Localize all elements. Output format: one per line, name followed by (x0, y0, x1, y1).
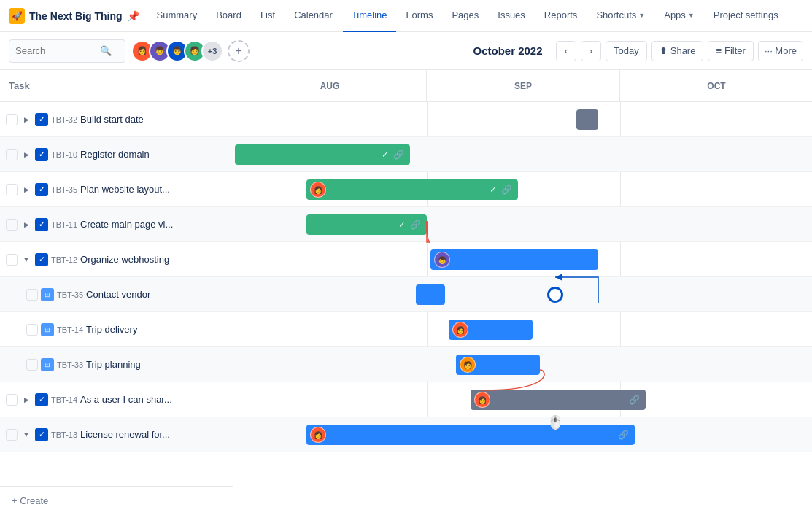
nav-tab-issues[interactable]: Issues (489, 0, 534, 32)
bar-trip-planning[interactable]: 🧑 (456, 355, 540, 375)
expand-btn[interactable]: ▼ (20, 254, 32, 266)
bar-avatar: 👦 (434, 252, 450, 268)
search-icon: 🔍 (100, 45, 112, 56)
check-icon: ✓ (382, 150, 389, 160)
check-icon: ✓ (398, 220, 406, 230)
row-checkbox[interactable] (6, 254, 18, 266)
expand-btn[interactable]: ▶ (20, 114, 32, 125)
avatar-more[interactable]: +3 (201, 40, 223, 62)
next-month-button[interactable]: › (581, 41, 601, 61)
nav-tab-reports[interactable]: Reports (535, 0, 587, 32)
top-nav: 🚀 The Next Big Thing 📌 Summary Board Lis… (0, 0, 812, 32)
task-row: ⊞ TBT-35 Contact vendor (0, 277, 233, 312)
link-icon: 🔗 (393, 150, 404, 160)
row-checkbox[interactable] (6, 429, 18, 441)
gantt-row-9: 👩 🔗 (233, 417, 812, 452)
link-icon: 🔗 (629, 395, 640, 405)
timeline-container: Task ▶ ✓ TBT-32 Build start date ▶ ✓ TB (0, 70, 812, 515)
gantt-col-header-sep: SEP (427, 70, 620, 101)
filter-button[interactable]: ≡ Filter (708, 41, 753, 61)
month-nav: October 2022 ‹ › Today ⬆ Share ≡ Filter … (464, 41, 803, 61)
bar-license-renewal[interactable]: 👩 🔗 (306, 425, 635, 445)
check-icon: ✓ (490, 185, 497, 195)
row-checkbox[interactable] (6, 219, 18, 231)
gantt-row-6: 👩 (233, 312, 812, 347)
dependency-circle (547, 287, 563, 303)
task-icon: ✓ (35, 183, 48, 196)
chevron-down-icon: ▼ (688, 12, 695, 19)
nav-tab-pages[interactable]: Pages (443, 0, 487, 32)
bar-avatar: 👩 (452, 322, 468, 338)
nav-tab-timeline[interactable]: Timeline (343, 0, 396, 32)
bar-trip-delivery[interactable]: 👩 (449, 320, 533, 340)
avatar-add[interactable]: + (228, 40, 250, 62)
bar-create-main[interactable]: ✓ 🔗 (306, 214, 427, 235)
bar-contact-vendor[interactable] (416, 284, 445, 305)
task-icon-sub: ⊞ (41, 358, 54, 371)
logo-icon: 🚀 (9, 8, 25, 24)
task-row: ▼ ✓ TBT-12 Organize webhosting (0, 242, 233, 277)
search-box[interactable]: 🔍 (9, 39, 125, 63)
task-name: License renewal for... (80, 429, 227, 440)
create-button[interactable]: + Create (0, 486, 233, 515)
avatar-group: 👩 👦 👨 🧑 +3 + (131, 40, 250, 62)
task-id: TBT-33 (57, 360, 83, 369)
bar-organize-webhosting[interactable]: 👦 (430, 249, 598, 270)
more-button[interactable]: ··· More (758, 41, 803, 61)
nav-tab-summary[interactable]: Summary (148, 0, 206, 32)
row-checkbox[interactable] (6, 394, 18, 406)
month-label: October 2022 (464, 44, 552, 57)
nav-tab-apps[interactable]: Apps ▼ (655, 0, 703, 32)
task-rows: ▶ ✓ TBT-32 Build start date ▶ ✓ TBT-10 R… (0, 102, 233, 486)
row-checkbox[interactable] (6, 184, 18, 195)
task-id: TBT-14 (57, 325, 83, 334)
chevron-down-icon: ▼ (638, 12, 645, 19)
row-checkbox[interactable] (6, 149, 18, 160)
gantt-row-8: 👩 🔗 (233, 382, 812, 417)
link-icon: 🔗 (501, 185, 512, 195)
task-icon: ✓ (35, 148, 48, 161)
expand-btn[interactable]: ▶ (20, 394, 32, 406)
row-checkbox[interactable] (26, 324, 38, 336)
task-id: TBT-13 (51, 430, 77, 439)
bar-register-domain[interactable]: ✓ 🔗 (235, 144, 410, 165)
bar-avatar: 👩 (310, 427, 326, 443)
bar-avatar: 🧑 (460, 357, 476, 373)
row-checkbox[interactable] (26, 359, 38, 371)
expand-btn[interactable]: ▶ (20, 184, 32, 195)
nav-tab-shortcuts[interactable]: Shortcuts ▼ (587, 0, 654, 32)
task-header: Task (0, 70, 233, 102)
share-button[interactable]: ⬆ Share (651, 41, 704, 61)
row-checkbox[interactable] (26, 289, 38, 301)
task-icon: ✓ (35, 113, 48, 126)
bar-avatar: 👩 (474, 392, 490, 408)
prev-month-button[interactable]: ‹ (556, 41, 576, 61)
expand-btn[interactable]: ▶ (20, 219, 32, 231)
expand-btn[interactable]: ▼ (20, 429, 32, 441)
nav-tab-list[interactable]: List (252, 0, 284, 32)
share-icon: ⬆ (660, 45, 668, 56)
task-icon-sub: ⊞ (41, 288, 54, 301)
nav-tab-board[interactable]: Board (207, 0, 250, 32)
task-row: ▶ ✓ TBT-35 Plan website layout... (0, 172, 233, 207)
task-row: ⊞ TBT-14 Trip delivery (0, 312, 233, 347)
today-button[interactable]: Today (606, 41, 647, 61)
task-id: TBT-12 (51, 255, 77, 264)
sub-nav: 🔍 👩 👦 👨 🧑 +3 + October 2022 ‹ › Today ⬆ … (0, 32, 812, 70)
task-name: Trip delivery (86, 324, 227, 335)
task-name: Register domain (80, 149, 227, 160)
row-checkbox[interactable] (6, 114, 18, 125)
task-id: TBT-11 (51, 220, 77, 229)
nav-tab-project-settings[interactable]: Project settings (705, 0, 787, 32)
task-name: Contact vendor (86, 289, 227, 300)
task-row: ▶ ✓ TBT-11 Create main page vi... (0, 207, 233, 242)
task-id: TBT-14 (51, 395, 77, 404)
nav-tab-calendar[interactable]: Calendar (285, 0, 341, 32)
nav-tab-forms[interactable]: Forms (398, 0, 442, 32)
bar-as-a-user[interactable]: 👩 🔗 (471, 390, 646, 410)
bar-plan-website[interactable]: 👩 ✓ 🔗 (306, 179, 518, 200)
task-icon: ✓ (35, 428, 48, 441)
pin-icon: 📌 (127, 10, 139, 22)
search-input[interactable] (15, 45, 96, 56)
expand-btn[interactable]: ▶ (20, 149, 32, 160)
